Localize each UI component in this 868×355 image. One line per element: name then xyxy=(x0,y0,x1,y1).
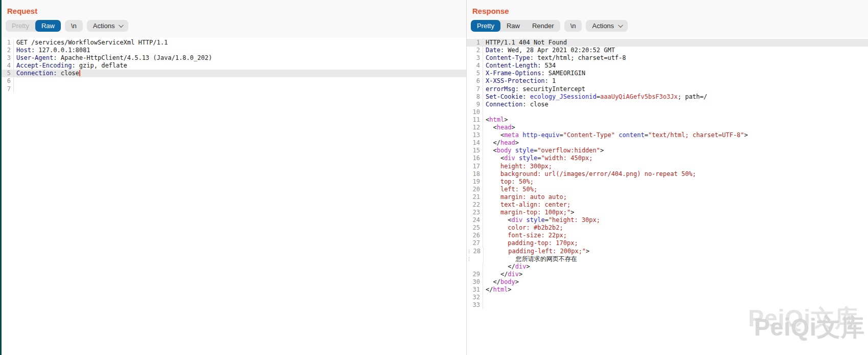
line-number: 15 xyxy=(471,147,483,154)
code-line[interactable]: 4Accept-Encoding: gzip, deflate xyxy=(2,62,466,70)
code-line[interactable]: 30 </body> xyxy=(467,278,868,286)
code-line[interactable]: 7 xyxy=(2,85,466,93)
response-editor[interactable]: 1HTTP/1.1 404 Not Found2Date: Wed, 28 Ap… xyxy=(467,37,868,355)
code-line[interactable]: 24 <div style="height: 30px; xyxy=(467,216,868,224)
line-number: 25 xyxy=(471,224,483,232)
code-line[interactable]: 22 text-align: center; xyxy=(467,201,868,209)
line-number: 4 xyxy=(471,62,483,70)
code-text: color: #b2b2b2; xyxy=(486,224,868,232)
code-text: height: 300px; xyxy=(486,163,868,170)
request-actions-tab-group: Actions xyxy=(87,20,129,32)
response-tab-linebreaks[interactable]: \n xyxy=(564,20,582,32)
code-line[interactable]: 4Content-Length: 534 xyxy=(467,62,868,70)
request-header: Request Pretty Raw \n Actions xyxy=(2,0,466,37)
code-line[interactable]: 23 margin-top: 100px;"> xyxy=(467,209,868,216)
line-number: 22 xyxy=(471,201,483,209)
text-cursor xyxy=(79,70,80,76)
code-line[interactable]: 2Host: 127.0.0.1:8081 xyxy=(2,47,466,54)
code-line[interactable]: 7errorMsg: securityIntercept xyxy=(467,85,868,93)
code-line[interactable]: 33 xyxy=(467,301,868,309)
code-line[interactable]: 29 </div> xyxy=(467,271,868,278)
line-number: 31 xyxy=(471,286,483,294)
code-line[interactable]: 25 color: #b2b2b2; xyxy=(467,224,868,232)
request-tab-pretty[interactable]: Pretty xyxy=(6,20,35,32)
code-line[interactable]: 11<html> xyxy=(467,116,868,124)
code-line[interactable]: 17 height: 300px; xyxy=(467,163,868,170)
code-text: </body> xyxy=(486,278,868,286)
response-tab-pretty[interactable]: Pretty xyxy=(471,20,500,32)
response-tab-raw[interactable]: Raw xyxy=(500,20,526,32)
code-line[interactable]: 12 <head> xyxy=(467,124,868,131)
code-text: HTTP/1.1 404 Not Found xyxy=(486,39,868,47)
code-line[interactable]: 3User-Agent: Apache-HttpClient/4.5.13 (J… xyxy=(2,54,466,62)
code-text: <div style="width: 450px; xyxy=(486,154,868,162)
line-number: 21 xyxy=(471,193,483,201)
code-line[interactable]: 21 margin: auto auto; xyxy=(467,193,868,201)
code-text: <html> xyxy=(486,116,868,124)
code-line[interactable]: 16 <div style="width: 450px; xyxy=(467,154,868,162)
code-text: X-Frame-Options: SAMEORIGIN xyxy=(486,70,868,77)
code-line[interactable]: 8Set-Cookie: ecology_JSessionid=aaaUyQiA… xyxy=(467,93,868,101)
response-actions-button[interactable]: Actions xyxy=(586,20,628,32)
code-line[interactable]: 3Content-Type: text/html; charset=utf-8 xyxy=(467,54,868,62)
code-line[interactable]: 您所请求的网页不存在 xyxy=(467,255,868,263)
wrap-indicator-dots xyxy=(467,255,471,263)
code-line[interactable]: 27 padding-top: 170px; xyxy=(467,239,868,247)
line-number: 1 xyxy=(2,39,14,47)
line-number: 6 xyxy=(2,77,14,85)
code-line[interactable]: 20 left: 50%; xyxy=(467,186,868,193)
code-line[interactable]: 31</html> xyxy=(467,286,868,294)
request-actions-button[interactable]: Actions xyxy=(87,20,129,32)
code-text xyxy=(16,77,466,85)
request-view-tab-group: Pretty Raw xyxy=(6,20,61,32)
code-line[interactable]: 1GET /services/WorkflowServiceXml HTTP/1… xyxy=(2,39,466,47)
code-line[interactable]: 6X-XSS-Protection: 1 xyxy=(467,77,868,85)
code-line[interactable]: 5X-Frame-Options: SAMEORIGIN xyxy=(467,70,868,77)
code-text: </div> xyxy=(486,271,868,278)
code-line[interactable]: 32 xyxy=(467,294,868,301)
code-line[interactable]: 9Connection: close xyxy=(467,101,868,108)
code-line[interactable]: 10 xyxy=(467,108,868,116)
line-number: 18 xyxy=(471,170,483,178)
request-tabs: Pretty Raw \n Actions xyxy=(2,15,466,32)
code-line[interactable]: 15 <body style="overflow:hidden"> xyxy=(467,147,868,154)
line-number: 19 xyxy=(471,178,483,186)
code-line[interactable]: 19 top: 50%; xyxy=(467,178,868,186)
code-line[interactable]: 18 background: url(/images/error/404.png… xyxy=(467,170,868,178)
code-text: GET /services/WorkflowServiceXml HTTP/1.… xyxy=(16,39,466,47)
code-text: Content-Type: text/html; charset=utf-8 xyxy=(486,54,868,62)
request-editor[interactable]: 1GET /services/WorkflowServiceXml HTTP/1… xyxy=(2,37,466,355)
request-tab-raw[interactable]: Raw xyxy=(35,20,61,32)
line-number: 20 xyxy=(471,186,483,193)
code-text: Set-Cookie: ecology_JSessionid=aaaUyQiAG… xyxy=(486,93,868,101)
chevron-down-icon xyxy=(119,23,124,28)
code-line[interactable]: 13 <meta http-equiv="Content-Type" conte… xyxy=(467,131,868,139)
line-number: 5 xyxy=(471,70,483,77)
code-line[interactable]: 2Date: Wed, 28 Apr 2021 02:20:52 GMT xyxy=(467,47,868,54)
response-tab-render[interactable]: Render xyxy=(526,20,560,32)
code-line[interactable]: 6 xyxy=(2,77,466,85)
code-text: <meta http-equiv="Content-Type" content=… xyxy=(486,131,868,139)
line-number: 32 xyxy=(471,294,483,301)
chevron-down-icon xyxy=(618,23,623,28)
code-line[interactable]: 5Connection: close xyxy=(2,70,466,77)
code-text: top: 50%; xyxy=(486,178,868,186)
response-tabs: Pretty Raw Render \n Actions xyxy=(467,15,868,32)
line-number: 30 xyxy=(471,278,483,286)
line-number: 17 xyxy=(471,163,483,170)
code-line[interactable]: </div> xyxy=(467,263,868,271)
code-line[interactable]: 28 padding-left: 200px;"> xyxy=(467,248,868,255)
line-number: 1 xyxy=(471,39,483,47)
request-tab-linebreaks[interactable]: \n xyxy=(65,20,83,32)
line-number: 12 xyxy=(471,124,483,131)
line-number xyxy=(471,263,483,271)
code-line[interactable]: 14 </head> xyxy=(467,139,868,147)
line-number: 13 xyxy=(471,131,483,139)
line-number: 23 xyxy=(471,209,483,216)
code-text: <body style="overflow:hidden"> xyxy=(486,147,868,154)
response-view-tab-group: Pretty Raw Render xyxy=(471,20,560,32)
code-text: </html> xyxy=(486,286,868,294)
code-text: left: 50%; xyxy=(486,186,868,193)
code-line[interactable]: 1HTTP/1.1 404 Not Found xyxy=(467,39,868,47)
code-line[interactable]: 26 font-size: 22px; xyxy=(467,232,868,239)
